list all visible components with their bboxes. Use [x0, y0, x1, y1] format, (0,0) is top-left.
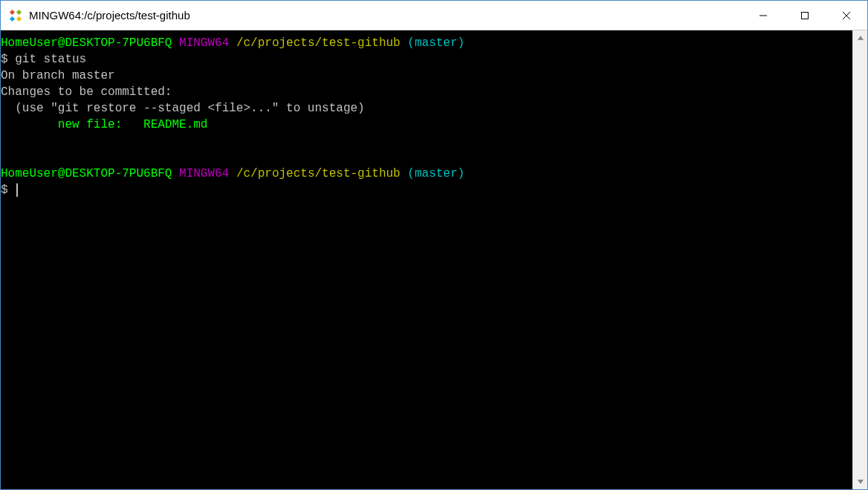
output-line: Changes to be committed:: [1, 85, 172, 99]
prompt-userhost: HomeUser@DESKTOP-7PU6BFQ: [1, 36, 172, 50]
svg-rect-3: [16, 16, 22, 21]
maximize-button[interactable]: [784, 1, 826, 30]
prompt-branch: (master): [407, 167, 464, 180]
command-prefix: $: [1, 183, 15, 197]
terminal-output[interactable]: HomeUser@DESKTOP-7PU6BFQ MINGW64 /c/proj…: [1, 30, 852, 489]
svg-rect-2: [10, 16, 15, 21]
scroll-down-icon[interactable]: [853, 474, 867, 489]
prompt-userhost: HomeUser@DESKTOP-7PU6BFQ: [1, 167, 172, 180]
svg-rect-0: [10, 9, 15, 14]
prompt-env: MINGW64: [179, 36, 229, 50]
titlebar[interactable]: MINGW64:/c/projects/test-github: [1, 1, 867, 30]
close-button[interactable]: [826, 1, 867, 30]
svg-rect-5: [802, 12, 809, 19]
cursor-icon: [16, 183, 18, 197]
prompt-path: /c/projects/test-github: [236, 167, 401, 180]
command-prefix: $: [1, 53, 15, 66]
scroll-track[interactable]: [853, 45, 867, 474]
minimize-button[interactable]: [742, 1, 784, 30]
command-text: git status: [15, 53, 86, 66]
output-line: (use "git restore --staged <file>..." to…: [1, 102, 365, 115]
terminal-area: HomeUser@DESKTOP-7PU6BFQ MINGW64 /c/proj…: [1, 30, 867, 489]
prompt-path: /c/projects/test-github: [236, 36, 401, 50]
window-controls: [742, 1, 867, 30]
app-icon: [8, 8, 23, 23]
svg-rect-1: [16, 9, 22, 14]
prompt-env: MINGW64: [179, 167, 229, 180]
scroll-up-icon[interactable]: [853, 30, 867, 45]
scrollbar[interactable]: [852, 30, 867, 489]
output-line: On branch master: [1, 69, 115, 82]
window-title: MINGW64:/c/projects/test-github: [29, 9, 742, 22]
terminal-window: MINGW64:/c/projects/test-github HomeUser…: [0, 0, 868, 490]
output-staged-file: new file: README.md: [1, 118, 207, 131]
svg-marker-9: [858, 480, 864, 484]
prompt-branch: (master): [407, 36, 464, 50]
svg-marker-8: [858, 36, 864, 40]
